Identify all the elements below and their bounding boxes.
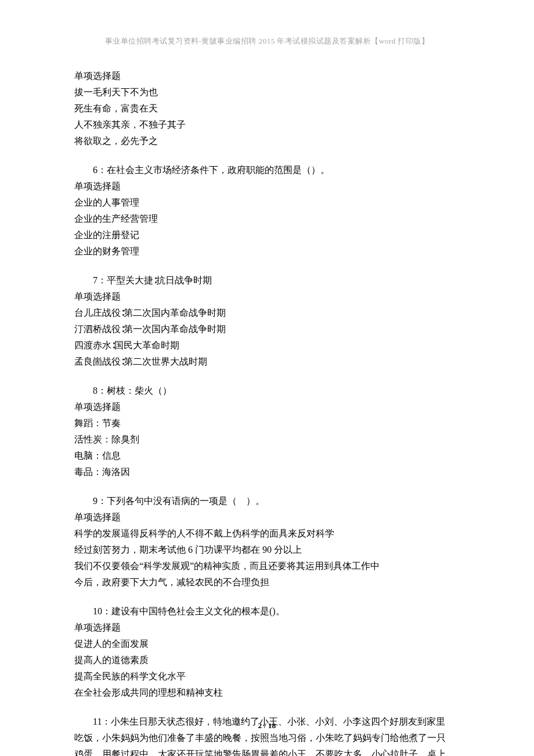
option: 科学的发展逼得反科学的人不得不戴上伪科学的面具来反对科学 bbox=[74, 525, 460, 542]
question-title: 10：建设有中国特色社会主义文化的根本是()。 bbox=[74, 603, 460, 620]
option: 汀泗桥战役∶第一次国内革命战争时期 bbox=[74, 321, 460, 337]
page-header: 事业单位招聘考试复习资料-黄陂事业编招聘 2015 年考试模拟试题及答案解析【w… bbox=[74, 35, 460, 48]
paragraph-line: 鸡蛋，用餐过程中，大家还开玩笑地警告肠胃最差的小王，不要吃太多，小心拉肚子。桌上 bbox=[74, 746, 460, 756]
option: 四渡赤水∶国民大革命时期 bbox=[74, 337, 460, 354]
question-block: 单项选择题拔一毛利天下不为也死生有命，富贵在天人不独亲其亲，不独子其子将欲取之，… bbox=[74, 68, 460, 149]
document-content: 单项选择题拔一毛利天下不为也死生有命，富贵在天人不独亲其亲，不独子其子将欲取之，… bbox=[74, 68, 460, 756]
question-type: 单项选择题 bbox=[74, 178, 460, 195]
question-block: 7：平型关大捷∶抗日战争时期单项选择题台儿庄战役∶第二次国内革命战争时期汀泗桥战… bbox=[74, 272, 460, 370]
question-type: 单项选择题 bbox=[74, 399, 460, 415]
page-number: 2 / 18 bbox=[0, 721, 534, 730]
option: 人不独亲其亲，不独子其子 bbox=[74, 117, 460, 133]
option: 企业的注册登记 bbox=[74, 227, 460, 243]
question-block: 8：树枝：柴火（）单项选择题舞蹈：节奏活性炭：除臭剂电脑：信息毒品：海洛因 bbox=[74, 383, 460, 480]
option: 促进人的全面发展 bbox=[74, 636, 460, 652]
option: 企业的人事管理 bbox=[74, 195, 460, 211]
option: 提高人的道德素质 bbox=[74, 652, 460, 668]
question-type: 单项选择题 bbox=[74, 289, 460, 305]
option: 电脑：信息 bbox=[74, 448, 460, 464]
option: 我们不仅要领会“科学发展观”的精神实质，而且还要将其运用到具体工作中 bbox=[74, 558, 460, 574]
option: 企业的生产经营管理 bbox=[74, 211, 460, 227]
question-title: 7：平型关大捷∶抗日战争时期 bbox=[74, 272, 460, 289]
question-type: 单项选择题 bbox=[74, 68, 460, 84]
question-block: 6：在社会主义市场经济条件下，政府职能的范围是（）。单项选择题企业的人事管理企业… bbox=[74, 162, 460, 260]
question-block: 9：下列各句中没有语病的一项是（ ）。单项选择题科学的发展逼得反科学的人不得不戴… bbox=[74, 493, 460, 591]
option: 企业的财务管理 bbox=[74, 243, 460, 260]
question-type: 单项选择题 bbox=[74, 509, 460, 525]
option: 今后，政府要下大力气，减轻农民的不合理负担 bbox=[74, 574, 460, 591]
question-block: 10：建设有中国特色社会主义文化的根本是()。单项选择题促进人的全面发展提高人的… bbox=[74, 603, 460, 701]
question-type: 单项选择题 bbox=[74, 620, 460, 636]
paragraph-line: 吃饭，小朱妈妈为他们准备了丰盛的晚餐，按照当地习俗，小朱吃了妈妈专门给他煮了一只 bbox=[74, 730, 460, 746]
option: 在全社会形成共同的理想和精神支柱 bbox=[74, 685, 460, 701]
option: 舞蹈：节奏 bbox=[74, 415, 460, 431]
question-title: 8：树枝：柴火（） bbox=[74, 383, 460, 399]
question-title: 6：在社会主义市场经济条件下，政府职能的范围是（）。 bbox=[74, 162, 460, 178]
option: 活性炭：除臭剂 bbox=[74, 431, 460, 448]
option: 孟良崮战役∶第二次世界大战时期 bbox=[74, 354, 460, 370]
option: 拔一毛利天下不为也 bbox=[74, 84, 460, 100]
question-title: 9：下列各句中没有语病的一项是（ ）。 bbox=[74, 493, 460, 509]
option: 毒品：海洛因 bbox=[74, 464, 460, 480]
question-block: 11：小朱生日那天状态很好，特地邀约了小王、小张、小刘、小李这四个好朋友到家里吃… bbox=[74, 714, 460, 756]
option: 台儿庄战役∶第二次国内革命战争时期 bbox=[74, 305, 460, 321]
document-page: 事业单位招聘考试复习资料-黄陂事业编招聘 2015 年考试模拟试题及答案解析【w… bbox=[0, 0, 534, 756]
option: 提高全民族的科学文化水平 bbox=[74, 668, 460, 685]
option: 经过刻苦努力，期末考试他 6 门功课平均都在 90 分以上 bbox=[74, 542, 460, 558]
option: 将欲取之，必先予之 bbox=[74, 133, 460, 149]
option: 死生有命，富贵在天 bbox=[74, 100, 460, 117]
